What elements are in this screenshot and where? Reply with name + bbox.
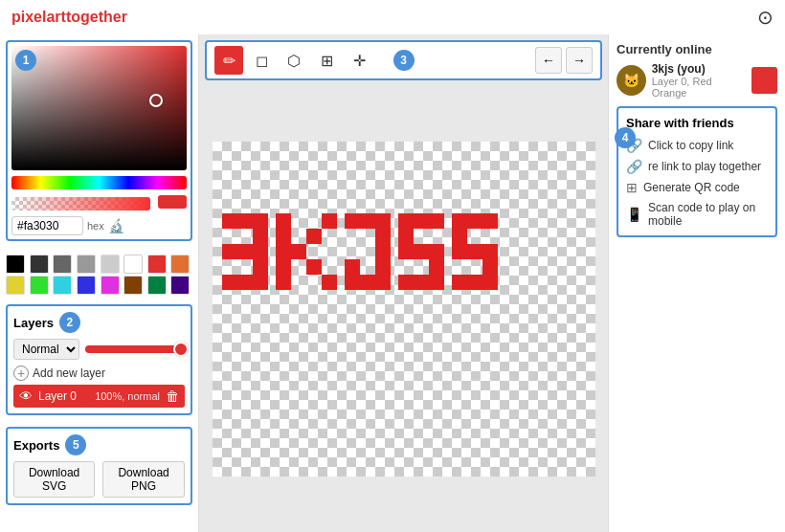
right-sidebar: Currently online 🐱 3kjs (you) Layer 0, R… — [608, 34, 785, 532]
svg-rect-14 — [276, 259, 291, 275]
github-icon[interactable]: ⊙ — [757, 6, 774, 29]
scan-code-item[interactable]: 📱 Scan code to play on mobile — [626, 201, 768, 228]
play-link-label: re link to play together — [648, 160, 761, 173]
add-layer-button[interactable]: + Add new layer — [13, 366, 105, 381]
slider-row — [11, 193, 187, 211]
svg-rect-4 — [222, 244, 237, 259]
palette-cell[interactable] — [123, 276, 143, 295]
svg-rect-26 — [375, 259, 391, 275]
layer-item[interactable]: 👁 Layer 0 100%, normal 🗑 — [13, 385, 185, 408]
svg-rect-21 — [345, 213, 360, 229]
hex-row: hex 🔬 — [11, 216, 187, 235]
palette-cell[interactable] — [53, 276, 72, 295]
layers-label: Layers — [13, 316, 54, 330]
qr-label: Generate QR code — [643, 181, 740, 194]
svg-rect-6 — [253, 244, 268, 259]
hex-input[interactable] — [11, 216, 83, 235]
scan-label: Scan code to play on mobile — [648, 201, 768, 228]
logo: pixelarttogether — [11, 9, 127, 26]
svg-rect-22 — [360, 213, 375, 229]
svg-rect-7 — [253, 259, 268, 275]
add-layer-label: Add new layer — [33, 366, 105, 380]
eyedropper-button[interactable]: 🔬 — [108, 218, 124, 233]
hue-slider[interactable] — [11, 176, 187, 189]
badge-1: 1 — [15, 50, 36, 71]
svg-rect-51 — [467, 275, 482, 290]
download-svg-button[interactable]: Download SVG — [13, 461, 95, 498]
svg-rect-18 — [306, 259, 322, 275]
eraser-tool-button[interactable]: ◻ — [247, 46, 276, 75]
online-title: Currently online — [617, 42, 777, 56]
layer-delete-icon[interactable]: 🗑 — [166, 388, 179, 404]
palette-cell[interactable] — [77, 255, 96, 274]
palette-cell[interactable] — [6, 276, 25, 295]
user-details: 3kjs (you) Layer 0, Red Orange — [652, 62, 746, 99]
palette-cell[interactable] — [147, 255, 167, 274]
pixel-canvas[interactable] — [213, 142, 595, 477]
svg-rect-16 — [291, 244, 306, 259]
user-color-button[interactable] — [751, 67, 777, 94]
toolbar-badge: 3 — [393, 50, 415, 71]
add-icon: + — [13, 366, 29, 381]
user-name: 3kjs (you) — [652, 62, 746, 76]
move-tool-button[interactable]: ✛ — [345, 46, 373, 75]
svg-rect-39 — [398, 275, 414, 290]
share-title: Share with friends — [626, 116, 768, 130]
copy-link-item[interactable]: 🔗 Click to copy link — [626, 138, 768, 153]
color-gradient[interactable] — [11, 46, 187, 170]
svg-rect-15 — [276, 275, 291, 290]
palette-cell[interactable] — [30, 276, 49, 295]
badge-2: 2 — [59, 312, 80, 333]
palette-cell[interactable] — [6, 255, 25, 274]
blend-row: Normal — [13, 339, 185, 360]
palette-cell[interactable] — [170, 255, 190, 274]
opacity-slider[interactable] — [11, 197, 150, 211]
svg-rect-13 — [276, 244, 291, 259]
palette-cell[interactable] — [101, 276, 120, 295]
copy-link-label: Click to copy link — [648, 139, 733, 152]
svg-rect-11 — [276, 213, 291, 229]
svg-rect-5 — [237, 244, 253, 259]
svg-rect-45 — [452, 229, 467, 244]
layer-name: Layer 0 — [38, 389, 89, 403]
svg-rect-24 — [375, 229, 391, 244]
qr-icon: ⊞ — [626, 180, 638, 195]
svg-rect-10 — [253, 275, 268, 290]
blend-mode-select[interactable]: Normal — [13, 339, 79, 360]
svg-rect-43 — [467, 213, 482, 229]
play-link-item[interactable]: 🔗 re link to play together — [626, 159, 768, 174]
svg-rect-50 — [452, 275, 467, 290]
palette-cell[interactable] — [30, 255, 49, 274]
grid-tool-button[interactable]: ⊞ — [312, 46, 341, 75]
palette-cell[interactable] — [101, 255, 120, 274]
palette-grid — [0, 251, 198, 299]
palette-cell[interactable] — [123, 255, 143, 274]
header: pixelarttogether ⊙ — [0, 0, 785, 34]
qr-code-item[interactable]: ⊞ Generate QR code — [626, 180, 768, 195]
nav-back-button[interactable]: ← — [535, 47, 562, 74]
user-info: 🐱 3kjs (you) Layer 0, Red Orange — [617, 62, 746, 99]
hex-label: hex — [87, 220, 104, 232]
fill-tool-button[interactable]: ⬡ — [280, 46, 308, 75]
svg-rect-34 — [398, 229, 414, 244]
svg-rect-37 — [429, 244, 444, 259]
mobile-icon: 📱 — [626, 207, 642, 222]
svg-rect-40 — [414, 275, 429, 290]
opacity-bar[interactable] — [85, 345, 185, 353]
pencil-tool-button[interactable]: ✏ — [214, 46, 243, 75]
svg-rect-36 — [414, 244, 429, 259]
svg-rect-49 — [482, 259, 498, 275]
svg-rect-48 — [482, 244, 498, 259]
svg-rect-32 — [414, 213, 429, 229]
palette-cell[interactable] — [53, 255, 72, 274]
svg-rect-33 — [429, 213, 444, 229]
svg-rect-0 — [222, 213, 237, 229]
svg-rect-46 — [452, 244, 467, 259]
download-png-button[interactable]: Download PNG — [102, 461, 185, 498]
nav-forward-button[interactable]: → — [566, 47, 593, 74]
palette-cell[interactable] — [170, 276, 190, 295]
palette-cell[interactable] — [147, 276, 167, 295]
opacity-fill — [85, 345, 185, 353]
svg-rect-31 — [398, 213, 414, 229]
palette-cell[interactable] — [77, 276, 96, 295]
